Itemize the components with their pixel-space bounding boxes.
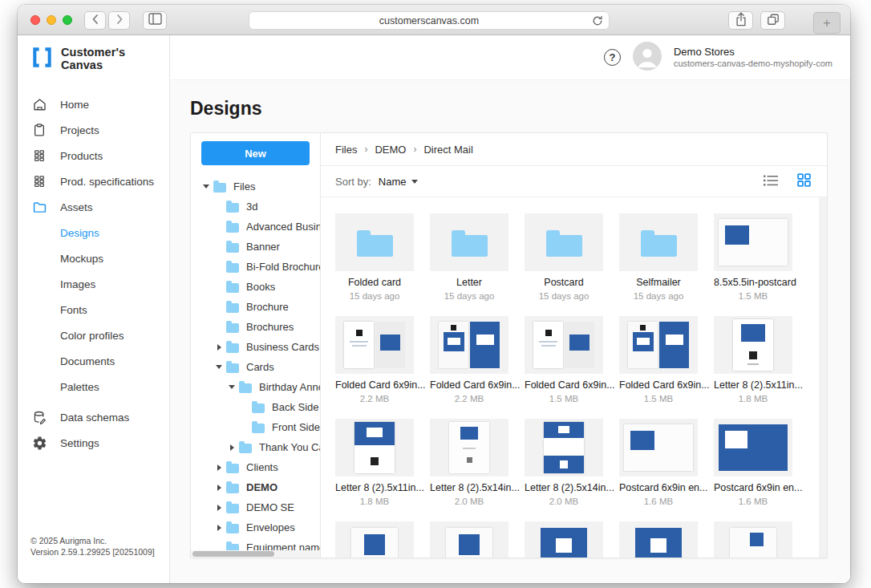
new-button[interactable]: New: [201, 141, 310, 165]
sidebar-item-projects[interactable]: Projects: [18, 117, 169, 143]
tree-item-thank-you-card[interactable]: Thank You Card: [191, 437, 320, 457]
design-tile-letter-8-2-5x14in[interactable]: Letter 8 (2).5x14in...2.0 MB: [430, 419, 508, 507]
caret-down-icon[interactable]: [199, 185, 213, 189]
caret-right-icon[interactable]: [212, 505, 226, 511]
breadcrumb-item-demo[interactable]: DEMO: [375, 144, 406, 156]
tree-item-demo-se[interactable]: DEMO SE: [191, 497, 320, 517]
app-version-info: © 2025 Aurigma Inc. Version 2.59.1.29925…: [30, 535, 155, 558]
design-tile-folded-card-6x9in[interactable]: Folded Card 6x9in...1.5 MB: [525, 316, 603, 404]
folder-tile-letter[interactable]: Letter15 days ago: [430, 213, 508, 302]
reload-icon[interactable]: [592, 15, 603, 29]
caret-right-icon[interactable]: [225, 444, 239, 451]
caret-right-icon[interactable]: [212, 525, 226, 531]
tree-item-envelopes[interactable]: Envelopes: [191, 517, 320, 537]
caret-right-icon[interactable]: [212, 464, 226, 471]
tree-item-3d[interactable]: 3d: [191, 197, 320, 217]
customers-canvas-logo: Customer's Canvas: [30, 46, 169, 72]
tile-name: 8.5x5.5in-postcard: [714, 276, 792, 289]
tree-item-advanced-business[interactable]: Advanced Business: [191, 217, 320, 237]
sidebar-item-assets[interactable]: Assets: [18, 194, 169, 220]
design-tile-postcard-6x9in-en[interactable]: Postcard 6x9in en...1.6 MB: [619, 419, 698, 507]
tree-item-front-side[interactable]: Front Side: [191, 417, 320, 437]
folder-tile-folded-card[interactable]: Folded card15 days ago: [335, 213, 414, 302]
sidebar-item-images[interactable]: Images: [18, 271, 169, 297]
minimize-window-button[interactable]: [47, 15, 56, 25]
tile-name: Folded Card 6x9in...: [619, 379, 698, 391]
breadcrumb-item-direct-mail[interactable]: Direct Mail: [423, 144, 472, 156]
design-thumbnail: [335, 419, 414, 476]
sidebar-item-home[interactable]: Home: [18, 91, 169, 117]
sidebar-item-color-profiles[interactable]: Color profiles: [18, 322, 169, 348]
tree-item-banner[interactable]: Banner: [191, 237, 320, 257]
design-tile-folded-card-6x9in[interactable]: Folded Card 6x9in...1.5 MB: [619, 316, 698, 404]
app-header: ? Demo Stores customers-canvas-demo-mysh…: [170, 35, 850, 80]
sidebar-item-prod-specifications[interactable]: Prod. specifications: [18, 168, 169, 194]
new-tab-plus-glyph: +: [823, 16, 830, 30]
breadcrumb-item-files[interactable]: Files: [335, 144, 357, 156]
sidebar-item-data-schemas[interactable]: Data schemas: [18, 404, 169, 430]
sidebar-item-palettes[interactable]: Palettes: [18, 374, 169, 399]
tree-item-demo[interactable]: DEMO: [191, 477, 320, 497]
design-tile-partial[interactable]: [430, 521, 508, 558]
design-tile-letter-8-2-5x14in[interactable]: Letter 8 (2).5x14in...2.0 MB: [525, 419, 603, 507]
grid-view-button[interactable]: [797, 173, 811, 189]
caret-down-icon[interactable]: [212, 365, 226, 369]
design-tile-letter-8-2-5x11in[interactable]: Letter 8 (2).5x11in...1.8 MB: [335, 419, 414, 507]
tree-item-label: Bi-Fold Brochure: [246, 261, 321, 273]
tree-horizontal-scrollbar[interactable]: [191, 550, 320, 558]
tree-item-brochures[interactable]: Brochures: [191, 317, 320, 337]
design-tile-folded-card-6x9in[interactable]: Folded Card 6x9in...2.2 MB: [430, 316, 508, 404]
tree-item-books[interactable]: Books: [191, 277, 320, 297]
tile-name: Folded Card 6x9in...: [335, 379, 414, 391]
design-tile-partial[interactable]: [335, 521, 414, 558]
close-window-button[interactable]: [30, 15, 40, 25]
caret-right-icon[interactable]: [212, 344, 226, 351]
maximize-window-button[interactable]: [63, 15, 72, 25]
user-menu[interactable]: Demo Stores customers-canvas-demo-myshop…: [674, 46, 833, 70]
design-tile-partial[interactable]: [714, 521, 792, 558]
design-tile-8-5x5-5in-postcard[interactable]: 8.5x5.5in-postcard1.5 MB: [714, 213, 792, 302]
sidebar-item-designs[interactable]: Designs: [18, 220, 169, 245]
folder-icon: [226, 363, 239, 373]
forward-button[interactable]: [108, 11, 130, 30]
sidebar-item-products[interactable]: Products: [18, 143, 169, 168]
design-tile-postcard-6x9in-en[interactable]: Postcard 6x9in en...1.6 MB: [714, 419, 792, 507]
sidebar-item-documents[interactable]: Documents: [18, 348, 169, 374]
design-tile-folded-card-6x9in[interactable]: Folded Card 6x9in...2.2 MB: [335, 316, 414, 404]
folder-icon: [226, 243, 239, 253]
sidebar-item-settings[interactable]: Settings: [18, 430, 169, 456]
tree-item-bi-fold-brochure[interactable]: Bi-Fold Brochure: [191, 257, 320, 277]
caret-right-icon[interactable]: [212, 485, 226, 491]
logo-line2: Canvas: [61, 59, 103, 71]
design-tile-partial[interactable]: [619, 521, 698, 558]
folder-tile-postcard[interactable]: Postcard15 days ago: [525, 213, 603, 302]
design-tile-letter-8-2-5x11in[interactable]: Letter 8 (2).5x11in...1.8 MB: [714, 316, 792, 404]
avatar[interactable]: [633, 42, 662, 74]
tree-item-cards[interactable]: Cards: [191, 357, 320, 377]
tree-scrollbar-thumb[interactable]: [192, 551, 274, 557]
tree-item-clients[interactable]: Clients: [191, 457, 320, 477]
sort-dropdown[interactable]: Name: [379, 176, 419, 188]
tree-item-files[interactable]: Files: [191, 176, 320, 197]
design-tile-partial[interactable]: [525, 521, 603, 558]
help-button[interactable]: ?: [604, 49, 621, 66]
sidebar-item-fonts[interactable]: Fonts: [18, 297, 169, 322]
tree-item-birthday-announ[interactable]: Birthday Announ: [191, 377, 320, 397]
share-button[interactable]: [728, 11, 753, 30]
tree-item-brochure[interactable]: Brochure: [191, 297, 320, 317]
sidebar-item-mockups[interactable]: Mockups: [18, 245, 169, 271]
sidebar-item-label: Prod. specifications: [60, 176, 154, 188]
caret-down-icon[interactable]: [225, 385, 239, 389]
list-view-button[interactable]: [764, 175, 778, 189]
sidebar-item-label: Color profiles: [60, 330, 124, 342]
tree-item-back-side[interactable]: Back Side: [191, 397, 320, 417]
tab-overview-button[interactable]: [760, 11, 785, 30]
back-button[interactable]: [84, 11, 106, 30]
grid-vertical-scrollbar[interactable]: [819, 197, 827, 558]
folder-tile-selfmailer[interactable]: Selfmailer15 days ago: [619, 213, 698, 302]
new-tab-button[interactable]: +: [813, 12, 841, 34]
page-title: Designs: [190, 98, 850, 120]
url-bar[interactable]: customerscanvas.com: [249, 11, 610, 30]
sidebar-toggle-button[interactable]: [143, 11, 167, 30]
tree-item-business-cards[interactable]: Business Cards: [191, 337, 320, 357]
